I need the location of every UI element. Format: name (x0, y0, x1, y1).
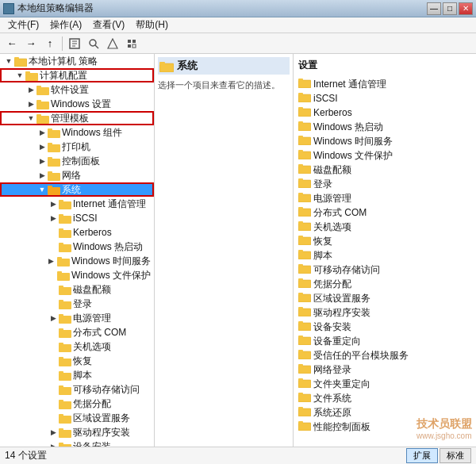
svg-rect-62 (59, 416, 71, 424)
tree-item-distributed-com[interactable]: 分布式 COM (0, 325, 154, 339)
tree-item-windows-components[interactable]: ▶ Windows 组件 (0, 125, 154, 140)
expander-windows-settings[interactable]: ▶ (25, 98, 36, 109)
tree-item-login[interactable]: 登录 (0, 297, 154, 311)
tree-item-removable-storage[interactable]: 可移动存储访问 (0, 382, 154, 397)
expander-scripts[interactable] (48, 370, 59, 381)
tree-item-local-policy[interactable]: ▼ 本地计算机 策略 (0, 54, 154, 68)
expander-control-panel[interactable]: ▶ (36, 155, 48, 167)
tree-item-locale-services[interactable]: 区域设置服务 (0, 411, 154, 425)
right-item-10[interactable]: 关机选项 (297, 220, 473, 234)
right-item-2[interactable]: Kerberos (297, 105, 473, 120)
menu-view[interactable]: 查看(V) (88, 17, 129, 33)
right-item-13[interactable]: 可移动存储访问 (297, 263, 473, 277)
back-button[interactable]: ← (3, 36, 21, 52)
tree-item-disk-quota[interactable]: 磁盘配额 (0, 282, 154, 297)
expander-local-policy[interactable]: ▼ (3, 56, 14, 67)
expander-kerberos[interactable] (48, 227, 59, 238)
expander-machine-options[interactable] (48, 341, 59, 352)
toolbar-btn-4[interactable] (123, 36, 140, 52)
expander-admin-templates[interactable]: ▼ (25, 113, 36, 124)
tree-item-iscsi[interactable]: ▶ iSCSI (0, 211, 154, 225)
right-item-3[interactable]: Windows 热启动 (297, 120, 473, 134)
tree-item-driver-install[interactable]: ▶ 驱动程序安装 (0, 425, 154, 439)
tree-item-admin-templates[interactable]: ▼ 管理模板 (0, 111, 154, 125)
menu-help[interactable]: 帮助(H) (131, 17, 173, 33)
expander-device-install[interactable]: ▶ (48, 441, 59, 447)
right-item-17[interactable]: 设备安装 (297, 320, 473, 334)
tree-item-control-panel[interactable]: ▶ 控制面板 (0, 154, 154, 168)
tree-item-win-time[interactable]: ▶ Windows 时间服务 (0, 254, 154, 268)
right-item-5[interactable]: Windows 文件保护 (297, 148, 473, 163)
right-item-24[interactable]: 性能控制面板 (297, 420, 473, 434)
menu-file[interactable]: 文件(F) (3, 17, 44, 33)
expander-recovery[interactable] (48, 355, 59, 366)
right-item-0[interactable]: Internet 通信管理 (297, 77, 473, 91)
right-item-9[interactable]: 分布式 COM (297, 205, 473, 220)
right-item-23[interactable]: 系统还原 (297, 405, 473, 420)
expander-network[interactable]: ▶ (36, 170, 48, 181)
tree-item-network[interactable]: ▶ 网络 (0, 168, 154, 182)
tree-item-machine-options[interactable]: 关机选项 (0, 339, 154, 354)
svg-rect-104 (298, 280, 311, 288)
right-item-15[interactable]: 区域设置服务 (297, 291, 473, 305)
tab-standard[interactable]: 标准 (440, 448, 471, 463)
expander-disk-quota[interactable] (48, 284, 59, 295)
right-item-14[interactable]: 凭据分配 (297, 277, 473, 291)
tree-item-win-file-prot[interactable]: Windows 文件保护 (0, 268, 154, 282)
tree-item-software-settings[interactable]: ▶ 软件设置 (0, 82, 154, 97)
expander-win-time[interactable]: ▶ (46, 255, 57, 267)
toolbar-btn-1[interactable] (66, 36, 83, 52)
minimize-button[interactable]: — (427, 2, 441, 15)
tree-item-windows-settings[interactable]: ▶ Windows 设置 (0, 97, 154, 111)
svg-rect-35 (59, 214, 63, 217)
tree-item-system[interactable]: ▼ 系统 (0, 182, 154, 197)
tree-item-computer-config[interactable]: ▼ 计算机配置 (0, 68, 154, 82)
tree-item-recovery[interactable]: 恢复 (0, 354, 154, 368)
maximize-button[interactable]: □ (443, 2, 457, 15)
tree-item-kerberos[interactable]: Kerberos (0, 225, 154, 240)
forward-button[interactable]: → (22, 36, 40, 52)
up-button[interactable]: ↑ (41, 36, 59, 52)
expander-credential-delegation[interactable] (48, 398, 59, 409)
right-item-8[interactable]: 电源管理 (297, 191, 473, 205)
close-button[interactable]: ✕ (459, 2, 473, 15)
expander-win-startup[interactable] (48, 241, 59, 252)
expander-win-file-prot[interactable] (46, 270, 57, 281)
expander-login[interactable] (48, 298, 59, 309)
expander-system[interactable]: ▼ (36, 184, 48, 195)
tree-item-credential-delegation[interactable]: 凭据分配 (0, 397, 154, 411)
expander-software-settings[interactable]: ▶ (25, 84, 36, 95)
right-item-11[interactable]: 恢复 (297, 234, 473, 248)
expander-power-mgmt[interactable]: ▶ (48, 313, 59, 324)
tree-item-win-startup[interactable]: Windows 热启动 (0, 240, 154, 254)
right-item-20[interactable]: 网络登录 (297, 362, 473, 377)
toolbar-btn-2[interactable] (85, 36, 102, 52)
expander-driver-install[interactable]: ▶ (48, 427, 59, 438)
right-item-21[interactable]: 文件夹重定向 (297, 377, 473, 391)
expander-locale-services[interactable] (48, 412, 59, 424)
right-item-12[interactable]: 脚本 (297, 248, 473, 263)
tree-item-device-install[interactable]: ▶ 设备安装 (0, 439, 154, 447)
right-item-4[interactable]: Windows 时间服务 (297, 134, 473, 148)
tree-item-internet-comm[interactable]: ▶ Internet 通信管理 (0, 197, 154, 211)
tab-extend[interactable]: 扩展 (406, 448, 438, 463)
expander-printers[interactable]: ▶ (36, 141, 48, 152)
tree-item-scripts[interactable]: 脚本 (0, 368, 154, 382)
expander-windows-components[interactable]: ▶ (36, 127, 48, 138)
menu-action[interactable]: 操作(A) (45, 17, 86, 33)
right-item-18[interactable]: 设备重定向 (297, 334, 473, 348)
expander-internet-comm[interactable]: ▶ (48, 198, 59, 209)
right-item-22[interactable]: 文件系统 (297, 391, 473, 405)
right-item-1[interactable]: iSCSI (297, 91, 473, 105)
tree-item-printers[interactable]: ▶ 打印机 (0, 140, 154, 154)
right-item-19[interactable]: 受信任的平台模块服务 (297, 348, 473, 362)
expander-computer-config[interactable]: ▼ (14, 70, 25, 81)
toolbar-btn-3[interactable] (104, 36, 121, 52)
expander-removable-storage[interactable] (48, 384, 59, 395)
right-item-7[interactable]: 登录 (297, 177, 473, 191)
expander-distributed-com[interactable] (48, 327, 59, 338)
tree-item-power-mgmt[interactable]: ▶ 电源管理 (0, 311, 154, 325)
right-item-6[interactable]: 磁盘配额 (297, 163, 473, 177)
expander-iscsi[interactable]: ▶ (48, 213, 59, 224)
right-item-16[interactable]: 驱动程序安装 (297, 305, 473, 320)
